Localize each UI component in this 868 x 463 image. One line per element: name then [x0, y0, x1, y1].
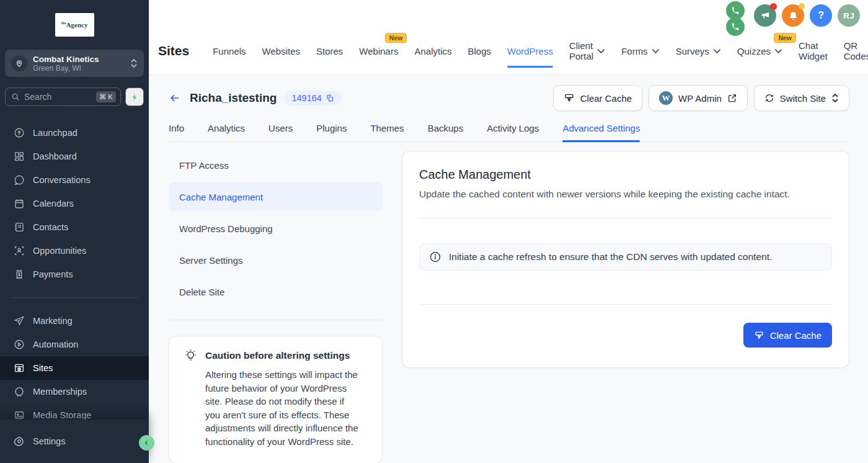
info-alert-text: Initiate a cache refresh to ensure that … [449, 251, 772, 263]
settings-columns: FTP Access Cache Management WordPress De… [169, 151, 849, 463]
notifications-button[interactable] [782, 4, 804, 27]
agency-logo-text: theAgency [61, 21, 88, 29]
sidebar-item-marketing[interactable]: Marketing [0, 309, 149, 333]
agency-logo: theAgency [0, 0, 149, 37]
tab-info[interactable]: Info [169, 118, 184, 142]
automation-play-icon [14, 339, 25, 350]
chevron-down-icon [713, 48, 721, 54]
page-title: Sites [158, 43, 189, 58]
location-switcher[interactable]: Combat Kinetics Green Bay, WI [5, 50, 144, 77]
location-name: Combat Kinetics [33, 55, 130, 64]
question-mark-icon: ? [818, 10, 824, 21]
tab-advanced-settings[interactable]: Advanced Settings [562, 118, 640, 142]
settings-nav-wordpress-debugging[interactable]: WordPress Debugging [169, 214, 383, 243]
copy-icon [326, 94, 334, 102]
phone-icon[interactable] [726, 17, 745, 36]
sidebar-item-label: Payments [33, 269, 73, 279]
sidebar-divider [10, 297, 139, 298]
search-input-wrapper[interactable]: ⌘ K [5, 88, 121, 106]
sidebar-item-label: Calendars [33, 199, 74, 209]
card-divider [419, 304, 832, 305]
sites-browser-icon [14, 362, 25, 374]
info-icon [429, 251, 441, 263]
card-divider [419, 218, 832, 218]
settings-nav-ftp-access[interactable]: FTP Access [169, 151, 383, 179]
tab-users[interactable]: Users [268, 118, 293, 142]
search-input[interactable] [24, 92, 96, 102]
payments-icon [14, 269, 25, 280]
sidebar-item-dashboard[interactable]: Dashboard [0, 145, 149, 168]
tab-analytics[interactable]: Analytics [414, 43, 451, 59]
tab-surveys[interactable]: Surveys [676, 43, 721, 59]
tab-quizzes[interactable]: Quizzes New [737, 43, 782, 59]
sidebar-item-sites[interactable]: Sites [0, 356, 149, 380]
app-root: theAgency Combat Kinetics Green Bay, WI … [0, 0, 868, 463]
tab-websites[interactable]: Websites [262, 43, 300, 59]
switch-icon [764, 93, 774, 103]
switch-site-button[interactable]: Switch Site [754, 85, 849, 111]
sidebar-item-contacts[interactable]: Contacts [0, 215, 149, 239]
sidebar-item-opportunities[interactable]: Opportunities [0, 239, 149, 263]
site-id-value: 149164 [291, 93, 321, 103]
chat-bubble-icon [14, 174, 25, 186]
sidebar-item-payments[interactable]: Payments [0, 263, 149, 286]
help-button[interactable]: ? [810, 4, 832, 27]
external-link-icon [727, 93, 737, 103]
back-button[interactable] [169, 92, 181, 104]
info-alert: Initiate a cache refresh to ensure that … [419, 243, 832, 271]
card-actions: Clear Cache [419, 323, 832, 348]
lightbulb-icon [184, 349, 197, 362]
tab-client-portal[interactable]: ClientPortal [569, 38, 605, 64]
caution-card-header: Caution before altering settings [184, 349, 367, 362]
tab-analytics[interactable]: Analytics [208, 118, 245, 142]
tab-qr-codes[interactable]: QRCodes [844, 38, 868, 64]
tab-plugins[interactable]: Plugins [316, 118, 347, 142]
sidebar-item-label: Contacts [33, 222, 68, 232]
wp-admin-button[interactable]: W WP Admin [649, 85, 748, 111]
site-id-badge[interactable]: 149164 [284, 91, 341, 106]
avatar-initials: RJ [843, 11, 854, 20]
sidebar-item-automation[interactable]: Automation [0, 333, 149, 356]
sidebar-item-label: Settings [33, 436, 65, 446]
settings-nav-server-settings[interactable]: Server Settings [169, 246, 383, 274]
quick-actions-button[interactable] [125, 88, 144, 106]
tab-webinars[interactable]: Webinars New [359, 43, 398, 59]
tab-chat-widget[interactable]: ChatWidget [799, 38, 828, 64]
settings-sidebar: FTP Access Cache Management WordPress De… [169, 151, 383, 463]
sidebar-item-memberships[interactable]: Memberships [0, 380, 149, 403]
search-icon [11, 92, 20, 101]
tab-forms[interactable]: Forms [621, 43, 660, 59]
sidebar-collapse-button[interactable] [139, 435, 154, 451]
sidebar-item-label: Launchpad [33, 128, 78, 138]
tab-wordpress[interactable]: WordPress [507, 43, 553, 59]
sidebar-item-conversations[interactable]: Conversations [0, 168, 149, 192]
launchpad-icon [14, 127, 25, 138]
wordpress-logo-icon: W [659, 91, 673, 105]
paper-plane-icon [14, 315, 25, 326]
sidebar: theAgency Combat Kinetics Green Bay, WI … [0, 0, 149, 463]
user-avatar[interactable]: RJ [838, 4, 860, 27]
clear-cache-button[interactable]: Clear Cache [743, 323, 832, 348]
announcements-button[interactable] [754, 4, 776, 27]
tab-activity-logs[interactable]: Activity Logs [487, 118, 539, 142]
lightning-bolt-icon [131, 92, 139, 102]
agency-logo-box: theAgency [55, 13, 94, 37]
quick-icons-cluster: ? RJ [726, 3, 860, 34]
sidebar-item-label: Memberships [33, 387, 87, 397]
settings-nav-cache-management[interactable]: Cache Management [169, 182, 383, 211]
sidebar-item-calendars[interactable]: Calendars [0, 192, 149, 215]
gear-icon [14, 436, 25, 447]
tab-backups[interactable]: Backups [428, 118, 464, 142]
settings-nav-delete-site[interactable]: Delete Site [169, 277, 383, 306]
dashboard-icon [14, 151, 25, 162]
tab-stores[interactable]: Stores [316, 43, 343, 59]
sidebar-item-launchpad[interactable]: Launchpad [0, 121, 149, 145]
caution-body: Altering these settings will impact the … [205, 368, 361, 448]
tab-funnels[interactable]: Funnels [213, 43, 246, 59]
phone-buttons [726, 1, 745, 34]
sidebar-item-settings[interactable]: Settings [0, 429, 149, 453]
clear-cache-header-button[interactable]: Clear Cache [553, 85, 642, 111]
opportunities-icon [14, 245, 25, 256]
tab-themes[interactable]: Themes [370, 118, 404, 142]
tab-blogs[interactable]: Blogs [467, 43, 491, 59]
